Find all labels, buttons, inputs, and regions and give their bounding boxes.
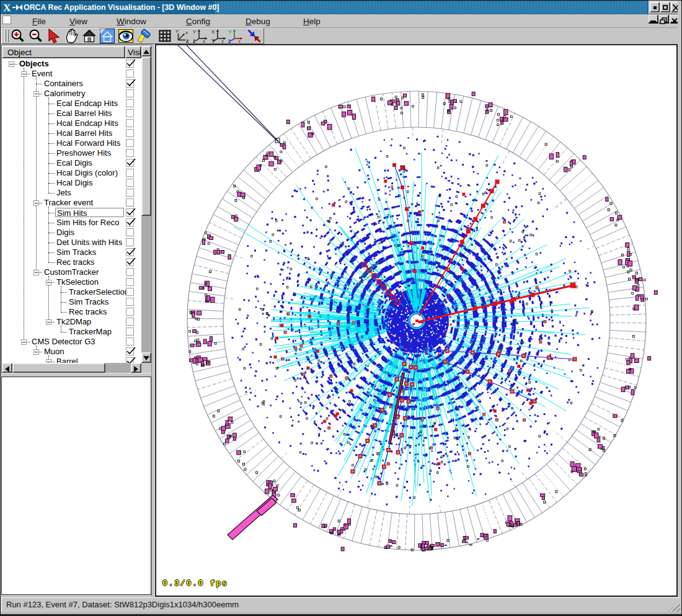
svg-text:X: X xyxy=(211,29,215,35)
svg-text:z: z xyxy=(221,38,224,43)
svg-text:Y: Y xyxy=(193,29,197,35)
svg-text:Y: Y xyxy=(175,29,179,34)
svg-text:x: x xyxy=(238,38,241,43)
svg-text:x: x xyxy=(203,38,205,43)
svg-text:z: z xyxy=(186,38,189,43)
svg-text:x: x xyxy=(185,30,188,35)
svg-text:Y: Y xyxy=(228,29,232,35)
